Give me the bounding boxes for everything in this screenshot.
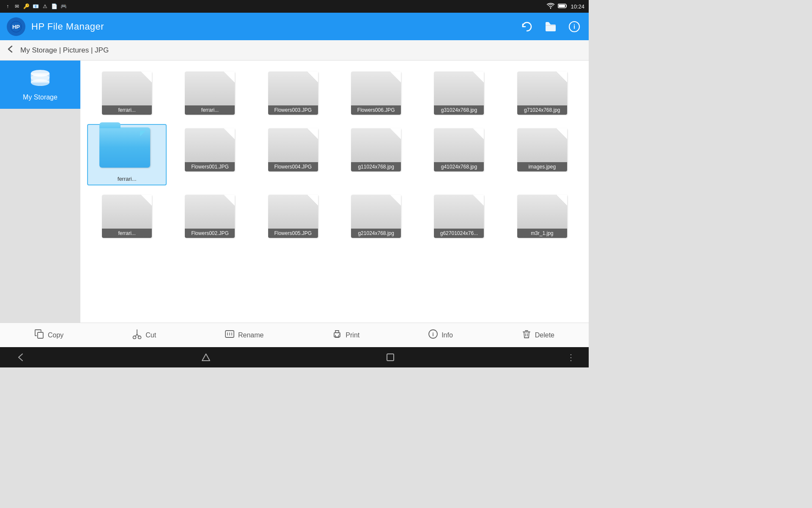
cut-icon xyxy=(132,329,142,342)
file-item-f17[interactable]: g62701024x76... xyxy=(419,190,499,242)
doc-icon: g71024x768.jpg xyxy=(515,70,570,116)
file-item-f10[interactable]: g11024x768.jpg xyxy=(336,124,416,185)
file-label: ferrari... xyxy=(102,229,152,238)
vpn-icon: 🔑 xyxy=(23,3,30,10)
copy-button[interactable]: Copy xyxy=(27,326,71,345)
app-title: HP File Manager xyxy=(31,21,104,32)
cut-label: Cut xyxy=(145,331,156,339)
file-label: g71024x768.jpg xyxy=(517,105,567,115)
file-item-f15[interactable]: Flowers005.JPG xyxy=(253,190,333,242)
file-label: Flowers006.JPG xyxy=(351,105,401,115)
back-button[interactable] xyxy=(6,44,15,56)
info-btn-icon: i xyxy=(428,329,438,342)
delete-icon xyxy=(521,329,532,342)
header-actions: i xyxy=(519,19,582,34)
info-header-button[interactable]: i xyxy=(567,19,582,34)
copy-icon xyxy=(34,329,44,342)
doc-icon: Flowers006.JPG xyxy=(348,70,403,116)
svg-rect-21 xyxy=(387,354,394,361)
file-label: Flowers003.JPG xyxy=(268,105,318,115)
nav-dots[interactable]: ⋮ xyxy=(567,352,576,362)
svg-rect-1 xyxy=(559,5,565,7)
breadcrumb-path: My Storage | Pictures | JPG xyxy=(20,46,109,55)
sidebar-item-my-storage[interactable]: My Storage xyxy=(0,61,80,109)
sidebar: My Storage xyxy=(0,61,80,323)
sidebar-item-label-my-storage: My Storage xyxy=(23,94,58,101)
file-item-f6[interactable]: g71024x768.jpg xyxy=(502,67,582,119)
rename-button[interactable]: Rename xyxy=(217,326,271,345)
recent-nav-button[interactable] xyxy=(382,349,399,366)
gmail-icon: ✉ xyxy=(14,3,20,10)
doc-icon: ferrari... xyxy=(99,70,154,116)
app-header: HP HP File Manager i xyxy=(0,13,589,40)
upload-icon: ↑ xyxy=(4,3,11,10)
file-item-f18[interactable]: m3r_1.jpg xyxy=(502,190,582,242)
folder-icon: ◤ xyxy=(99,127,154,174)
doc-icon: g21024x768.jpg xyxy=(348,193,403,240)
file-item-f5[interactable]: g31024x768.jpg xyxy=(419,67,499,119)
file-label: g62701024x76... xyxy=(434,229,484,238)
svg-text:HP: HP xyxy=(12,24,20,30)
folder-corner: ◤ xyxy=(140,128,148,137)
delete-label: Delete xyxy=(535,331,554,339)
copy-label: Copy xyxy=(48,331,63,339)
file-label: Flowers002.JPG xyxy=(185,229,235,238)
doc-icon: Flowers003.JPG xyxy=(266,70,321,116)
info-button[interactable]: i Info xyxy=(420,326,461,345)
file-label: g31024x768.jpg xyxy=(434,105,484,115)
file-label: ferrari... xyxy=(185,105,235,115)
svg-point-9 xyxy=(31,75,49,81)
doc-icon: g31024x768.jpg xyxy=(431,70,486,116)
rename-label: Rename xyxy=(238,331,263,339)
file-item-f9[interactable]: Flowers004.JPG xyxy=(253,124,333,185)
doc-icon: Flowers005.JPG xyxy=(266,193,321,240)
rename-icon xyxy=(225,329,235,342)
svg-rect-12 xyxy=(38,332,43,338)
doc-icon: m3r_1.jpg xyxy=(515,193,570,240)
print-icon xyxy=(332,329,342,342)
doc-icon: ferrari... xyxy=(182,70,237,116)
file-item-f4[interactable]: Flowers006.JPG xyxy=(336,67,416,119)
doc-icon: Flowers004.JPG xyxy=(266,127,321,173)
file-item-f3[interactable]: Flowers003.JPG xyxy=(253,67,333,119)
status-right: 10:24 xyxy=(547,3,584,10)
file-item-f7[interactable]: ◤ ferrari... xyxy=(87,124,167,185)
file-label: Flowers001.JPG xyxy=(185,162,235,171)
svg-text:i: i xyxy=(573,23,575,30)
back-nav-button[interactable] xyxy=(13,349,30,366)
file-item-f2[interactable]: ferrari... xyxy=(170,67,250,119)
delete-button[interactable]: Delete xyxy=(514,326,562,345)
file-item-f11[interactable]: g41024x768.jpg xyxy=(419,124,499,185)
file-item-f14[interactable]: Flowers002.JPG xyxy=(170,190,250,242)
app-logo: HP xyxy=(7,17,25,36)
cut-button[interactable]: Cut xyxy=(124,326,164,345)
status-bar: ↑ ✉ 🔑 📧 ⚠ 📄 🎮 10:24 xyxy=(0,0,589,13)
svg-text:i: i xyxy=(432,331,433,337)
file-label: Flowers005.JPG xyxy=(268,229,318,238)
file-label: m3r_1.jpg xyxy=(517,229,567,238)
doc-icon: ferrari... xyxy=(99,193,154,240)
file-item-f8[interactable]: Flowers001.JPG xyxy=(170,124,250,185)
game-icon: 🎮 xyxy=(60,3,67,10)
mail-icon: 📧 xyxy=(32,3,39,10)
status-icons-left: ↑ ✉ 🔑 📧 ⚠ 📄 🎮 xyxy=(4,3,67,10)
main-content: My Storage ferrari... ferrari... xyxy=(0,61,589,323)
file-item-f12[interactable]: images.jpeg xyxy=(502,124,582,185)
home-nav-button[interactable] xyxy=(198,349,214,366)
file-item-f1[interactable]: ferrari... xyxy=(87,67,167,119)
doc-icon: images.jpeg xyxy=(515,127,570,173)
svg-point-17 xyxy=(339,334,340,334)
header-left: HP HP File Manager xyxy=(7,17,104,36)
file-grid: ferrari... ferrari... Flowers003.JPG xyxy=(80,61,589,323)
refresh-button[interactable] xyxy=(519,19,535,34)
svg-marker-20 xyxy=(202,354,210,361)
wifi-icon xyxy=(547,3,554,10)
file-item-f16[interactable]: g21024x768.jpg xyxy=(336,190,416,242)
file-item-f13[interactable]: ferrari... xyxy=(87,190,167,242)
print-button[interactable]: Print xyxy=(324,326,367,345)
doc-icon: g11024x768.jpg xyxy=(348,127,403,173)
file-label: images.jpeg xyxy=(517,162,567,171)
breadcrumb-bar: My Storage | Pictures | JPG xyxy=(0,40,589,61)
folder-button[interactable] xyxy=(543,19,558,34)
bottom-toolbar: Copy Cut Rename P xyxy=(0,323,589,347)
